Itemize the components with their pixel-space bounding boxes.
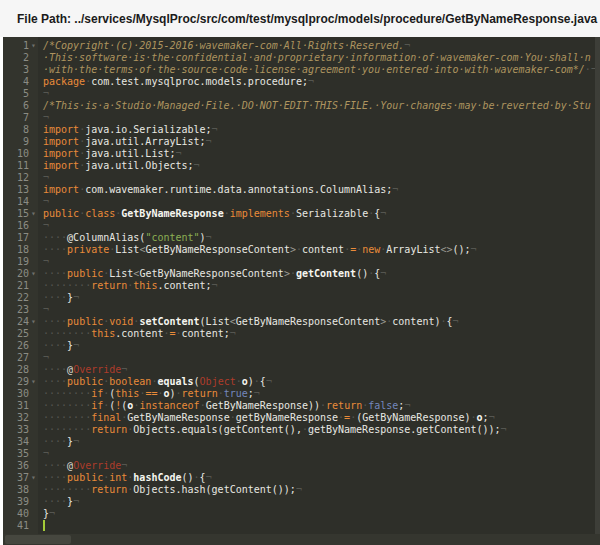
horizontal-scrollbar-thumb[interactable] [5,535,71,544]
fold-arrow-icon[interactable]: ▾ [29,316,38,328]
line-number[interactable]: 11 [3,160,38,172]
line-number[interactable]: 29▾ [3,376,38,388]
line-number[interactable]: 19 [3,256,38,268]
code-line[interactable]: ¬ [43,172,600,184]
code-line[interactable]: ····public·int·hashCode()·{¬ [43,472,600,484]
code-line[interactable]: ¬ [43,112,600,124]
fold-arrow-icon[interactable]: ▾ [29,376,38,388]
line-number[interactable]: 5 [3,88,38,100]
code-line[interactable]: ¬ [43,304,600,316]
file-path-bar: File Path: ../services/MysqlProc/src/com… [0,0,600,37]
line-number[interactable]: 28 [3,364,38,376]
line-number[interactable]: 33 [3,424,38,436]
line-number[interactable]: 37▾ [3,472,38,484]
line-number[interactable]: 30 [3,388,38,400]
line-number[interactable]: 6 [3,100,38,112]
line-number[interactable]: 20▾ [3,268,38,280]
line-number[interactable]: 10 [3,148,38,160]
line-number[interactable]: 22 [3,292,38,304]
code-editor[interactable]: 1▾23456789101112131415▾1617181920▾212223… [3,37,600,545]
line-number[interactable]: 21 [3,280,38,292]
code-line[interactable]: import·com.wavemaker.runtime.data.annota… [43,184,600,196]
code-line[interactable]: ····public·void·setContent(List<GetByNam… [43,316,600,328]
code-line[interactable]: ····}¬ [43,292,600,304]
fold-arrow-icon[interactable]: ▾ [29,208,38,220]
line-number[interactable]: 38 [3,484,38,496]
code-line[interactable]: import·java.util.ArrayList;¬ [43,136,600,148]
code-line[interactable]: ¬ [43,220,600,232]
line-number[interactable]: 3 [3,64,38,76]
code-line[interactable]: import·java.io.Serializable;¬ [43,124,600,136]
line-number[interactable]: 24▾ [3,316,38,328]
code-line[interactable]: /*Copyright·(c)·2015-2016·wavemaker-com·… [43,40,600,52]
line-number[interactable]: 12 [3,172,38,184]
code-line[interactable]: ¬ [43,448,600,460]
code-line[interactable]: ········this.content·=·content;¬ [43,328,600,340]
horizontal-scrollbar[interactable] [3,534,600,545]
code-line[interactable]: ·with·the·terms·of·the·source·code·licen… [43,64,600,76]
line-number[interactable]: 39 [3,496,38,508]
line-number[interactable]: 1▾ [3,40,38,52]
line-number[interactable]: 31 [3,400,38,412]
code-line[interactable]: ····}¬ [43,436,600,448]
code-line[interactable]: ····@ColumnAlias("content")¬ [43,232,600,244]
code-area[interactable]: /*Copyright·(c)·2015-2016·wavemaker-com·… [38,37,600,545]
line-number[interactable]: 41 [3,520,38,532]
code-line[interactable]: ····private·List<GetByNameResponseConten… [43,244,600,256]
code-line[interactable]: ····public·boolean·equals(Object·o)·{¬ [43,376,600,388]
line-number[interactable]: 14 [3,196,38,208]
fold-arrow-icon[interactable]: ▾ [29,472,38,484]
code-line[interactable]: ········return·this.content;¬ [43,280,600,292]
file-path-text: File Path: ../services/MysqlProc/src/com… [17,12,597,26]
line-number[interactable]: 26 [3,340,38,352]
line-number[interactable]: 9 [3,136,38,148]
line-number[interactable]: 32 [3,412,38,424]
code-line[interactable]: ········final·GetByNameResponse·getByNam… [43,412,600,424]
line-number[interactable]: 36 [3,460,38,472]
code-line[interactable]: ·This·software·is·the·confidential·and·p… [43,52,600,64]
line-number[interactable]: 2 [3,52,38,64]
code-line[interactable] [43,520,600,532]
line-number[interactable]: 34 [3,436,38,448]
code-line[interactable]: ····}¬ [43,340,600,352]
code-line[interactable]: package·com.test.mysqlproc.models.proced… [43,76,600,88]
code-line[interactable]: ····public·List<GetByNameResponseContent… [43,268,600,280]
code-line[interactable]: import·java.util.List;¬ [43,148,600,160]
vertical-scrollbar[interactable] [595,37,600,534]
fold-arrow-icon[interactable]: ▾ [29,40,38,52]
code-line[interactable]: ¬ [43,256,600,268]
line-number[interactable]: 8 [3,124,38,136]
code-line[interactable]: /*This·is·a·Studio·Managed·File.·DO·NOT·… [43,100,600,112]
code-line[interactable]: ········if·(this·==·o)·return·true;¬ [43,388,600,400]
code-line[interactable]: ····}¬ [43,496,600,508]
code-line[interactable]: ¬ [43,88,600,100]
code-line[interactable]: ····@Override¬ [43,460,600,472]
line-number[interactable]: 15▾ [3,208,38,220]
code-line[interactable]: import·java.util.Objects;¬ [43,160,600,172]
line-number-gutter[interactable]: 1▾23456789101112131415▾1617181920▾212223… [3,37,38,545]
line-number[interactable]: 25 [3,328,38,340]
line-number[interactable]: 7 [3,112,38,124]
code-line[interactable]: ····@Override¬ [43,364,600,376]
code-line[interactable]: ········if·(!(o·instanceof·GetByNameResp… [43,400,600,412]
code-line[interactable]: public·class·GetByNameResponse·implement… [43,208,600,220]
code-line[interactable]: ¬ [43,196,600,208]
line-number[interactable]: 40 [3,508,38,520]
code-line[interactable]: }¬ [43,508,600,520]
line-number[interactable]: 35 [3,448,38,460]
text-cursor [43,520,45,531]
line-number[interactable]: 4 [3,76,38,88]
page: File Path: ../services/MysqlProc/src/com… [0,0,600,545]
line-number[interactable]: 23 [3,304,38,316]
line-number[interactable]: 16 [3,220,38,232]
line-number[interactable]: 13 [3,184,38,196]
line-number[interactable]: 18 [3,244,38,256]
code-line[interactable]: ¬ [43,352,600,364]
code-line[interactable]: ········return·Objects.hash(getContent()… [43,484,600,496]
line-number[interactable]: 17 [3,232,38,244]
code-line[interactable]: ········return·Objects.equals(getContent… [43,424,600,436]
line-number[interactable]: 27 [3,352,38,364]
fold-arrow-icon[interactable]: ▾ [29,268,38,280]
